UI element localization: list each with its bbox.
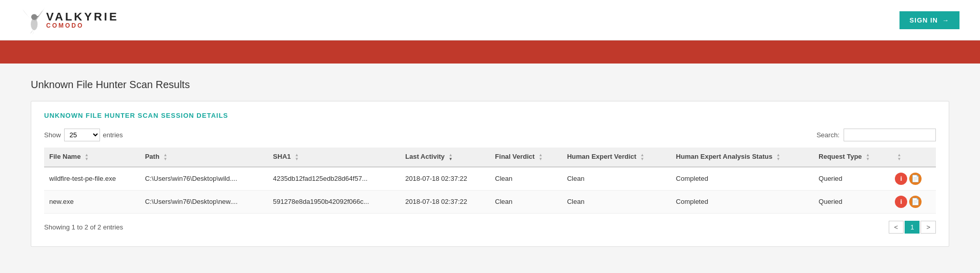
- table-cell: Queried: [813, 190, 890, 213]
- svg-point-1: [31, 14, 37, 20]
- logo-area: VALKYRIE COMODO: [21, 5, 119, 35]
- col-human-expert-analysis-status[interactable]: Human Expert Analysis Status ▲▼: [671, 148, 813, 167]
- card-title: UNKNOWN FILE HUNTER SCAN SESSION DETAILS: [44, 112, 936, 119]
- red-bar: [0, 40, 980, 64]
- table-header-row: File Name ▲▼ Path ▲▼ SHA1 ▲▼ Last Activi…: [44, 148, 936, 167]
- show-label: Show: [44, 131, 61, 139]
- col-request-type[interactable]: Request Type ▲▼: [813, 148, 890, 167]
- table-cell: Clean: [490, 167, 562, 191]
- table-row: new.exeC:\Users\win76\Desktop\new....591…: [44, 190, 936, 213]
- col-human-expert-verdict[interactable]: Human Expert Verdict ▲▼: [562, 148, 671, 167]
- signin-button[interactable]: SIGN IN →: [899, 11, 959, 29]
- pagination: < 1 >: [889, 221, 936, 234]
- main-content: Unknown File Hunter Scan Results UNKNOWN…: [0, 64, 980, 262]
- search-label: Search:: [816, 131, 839, 139]
- sort-request-type-icon: ▲▼: [866, 153, 870, 161]
- logo-valkyrie: VALKYRIE: [46, 11, 119, 23]
- sort-path-icon: ▲▼: [164, 153, 168, 161]
- signin-label: SIGN IN: [910, 16, 938, 24]
- search-input[interactable]: [844, 129, 936, 141]
- prev-page-button[interactable]: <: [889, 221, 904, 234]
- table-cell: new.exe: [44, 190, 140, 213]
- info-button[interactable]: i: [895, 196, 907, 208]
- action-cell: i 📄: [890, 167, 936, 191]
- table-cell: C:\Users\win76\Desktop\wild....: [140, 167, 268, 191]
- table-cell: Clean: [562, 190, 671, 213]
- entries-select[interactable]: 25 10 50 100: [64, 129, 100, 141]
- page-title: Unknown File Hunter Scan Results: [31, 79, 949, 91]
- table-footer: Showing 1 to 2 of 2 entries < 1 >: [44, 221, 936, 234]
- table-cell: Completed: [671, 190, 813, 213]
- col-file-name[interactable]: File Name ▲▼: [44, 148, 140, 167]
- next-page-button[interactable]: >: [921, 221, 936, 234]
- table-cell: C:\Users\win76\Desktop\new....: [140, 190, 268, 213]
- table-cell: Completed: [671, 167, 813, 191]
- doc-button[interactable]: 📄: [909, 196, 922, 208]
- table-cell: 591278e8da1950b42092f066c...: [268, 190, 400, 213]
- sort-last-activity-icon: ▲▼: [449, 153, 453, 161]
- table-cell: 4235db12fad125edb28d64f57...: [268, 167, 400, 191]
- show-entries: Show 25 10 50 100 entries: [44, 129, 123, 141]
- logo-comodo: COMODO: [46, 23, 119, 29]
- doc-button[interactable]: 📄: [909, 173, 922, 185]
- header: VALKYRIE COMODO SIGN IN →: [0, 0, 980, 40]
- action-cell: i 📄: [890, 190, 936, 213]
- col-sha1[interactable]: SHA1 ▲▼: [268, 148, 400, 167]
- table-cell: 2018-07-18 02:37:22: [400, 190, 490, 213]
- sort-human-expert-verdict-icon: ▲▼: [640, 153, 644, 161]
- sort-final-verdict-icon: ▲▼: [538, 153, 543, 161]
- table-cell: wildfire-test-pe-file.exe: [44, 167, 140, 191]
- table-cell: Clean: [562, 167, 671, 191]
- sort-human-expert-analysis-icon: ▲▼: [776, 153, 781, 161]
- table-cell: Clean: [490, 190, 562, 213]
- table-controls: Show 25 10 50 100 entries Search:: [44, 129, 936, 141]
- signin-arrow-icon: →: [942, 16, 949, 24]
- table-cell: 2018-07-18 02:37:22: [400, 167, 490, 191]
- col-path[interactable]: Path ▲▼: [140, 148, 268, 167]
- sort-actions-icon: ▲▼: [897, 153, 901, 161]
- sort-sha1-icon: ▲▼: [295, 153, 299, 161]
- entries-label: entries: [103, 131, 123, 139]
- page-1-button[interactable]: 1: [905, 221, 919, 234]
- col-last-activity[interactable]: Last Activity ▲▼: [400, 148, 490, 167]
- results-table: File Name ▲▼ Path ▲▼ SHA1 ▲▼ Last Activi…: [44, 148, 936, 214]
- showing-text: Showing 1 to 2 of 2 entries: [44, 223, 123, 231]
- bird-logo-icon: [21, 5, 46, 35]
- sort-file-name-icon: ▲▼: [85, 153, 89, 161]
- search-area: Search:: [816, 129, 936, 141]
- logo-text: VALKYRIE COMODO: [46, 11, 119, 29]
- card: UNKNOWN FILE HUNTER SCAN SESSION DETAILS…: [31, 101, 949, 247]
- col-final-verdict[interactable]: Final Verdict ▲▼: [490, 148, 562, 167]
- table-row: wildfire-test-pe-file.exeC:\Users\win76\…: [44, 167, 936, 191]
- col-actions: ▲▼: [890, 148, 936, 167]
- table-cell: Queried: [813, 167, 890, 191]
- info-button[interactable]: i: [895, 173, 907, 185]
